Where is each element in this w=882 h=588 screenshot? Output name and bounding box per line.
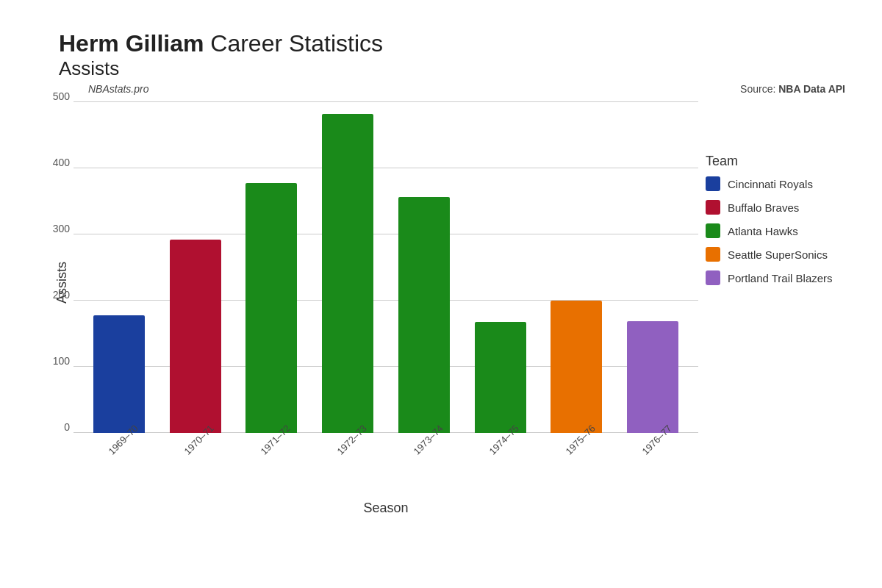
legend-item-label: Atlanta Hawks — [728, 225, 798, 237]
x-label-group: 1973–74 — [386, 433, 462, 462]
x-label-group: 1974–75 — [462, 433, 539, 462]
legend-item: Portland Trail Blazers — [706, 270, 853, 285]
x-axis-labels: 1969–701970–711971–721972–731973–741974–… — [74, 433, 698, 462]
y-tick-label: 100 — [40, 355, 70, 367]
y-tick-label: 0 — [40, 421, 70, 433]
legend-item: Cincinnati Royals — [706, 176, 853, 191]
legend-item: Atlanta Hawks — [706, 223, 853, 238]
legend-color-swatch — [706, 176, 720, 191]
source-row: NBAstats.pro Source: NBA Data API — [44, 83, 860, 95]
bars-container — [74, 102, 698, 433]
legend-item-label: Seattle SuperSonics — [728, 248, 828, 261]
bar-group — [539, 102, 615, 433]
y-tick-label: 500 — [40, 90, 70, 102]
legend-item: Seattle SuperSonics — [706, 247, 853, 262]
x-label-group: 1976–77 — [614, 433, 691, 462]
legend-color-swatch — [706, 200, 720, 215]
graph-inner: 0100200300400500 1969–701970–711971–7219… — [74, 102, 698, 462]
y-tick-label: 300 — [40, 223, 70, 234]
bar — [322, 114, 373, 434]
bar-group — [462, 102, 539, 433]
x-label-group: 1969–70 — [81, 433, 157, 462]
x-label-group: 1972–73 — [309, 433, 386, 462]
bar — [93, 315, 145, 433]
x-axis-title: Season — [44, 501, 698, 516]
bar — [398, 197, 450, 433]
legend-item: Buffalo Braves — [706, 200, 853, 215]
chart-container: Herm Gilliam Career Statistics Assists N… — [0, 0, 882, 588]
x-label-group: 1971–72 — [234, 433, 310, 462]
source-left: NBAstats.pro — [88, 83, 148, 95]
bar-group — [614, 102, 691, 433]
title-rest: Career Statistics — [204, 30, 383, 57]
chart-main: Assists 0100200300400500 1969–701970–711… — [44, 102, 698, 516]
bar-group — [386, 102, 462, 433]
legend-title: Team — [706, 154, 853, 169]
legend-item-label: Buffalo Braves — [728, 201, 799, 214]
legend-item-label: Cincinnati Royals — [728, 178, 813, 190]
bar-group — [157, 102, 234, 433]
legend-items: Cincinnati RoyalsBuffalo BravesAtlanta H… — [706, 176, 853, 285]
y-tick-label: 200 — [40, 289, 70, 301]
legend-color-swatch — [706, 247, 720, 262]
legend-color-swatch — [706, 223, 720, 238]
graph-wrapper: Assists 0100200300400500 1969–701970–711… — [44, 102, 698, 462]
chart-subtitle: Assists — [59, 57, 860, 80]
x-label-group: 1975–76 — [539, 433, 615, 462]
legend-item-label: Portland Trail Blazers — [728, 272, 833, 284]
chart-area: Assists 0100200300400500 1969–701970–711… — [44, 102, 860, 516]
bar — [475, 322, 526, 433]
player-name-bold: Herm Gilliam — [59, 30, 204, 57]
bar-group — [234, 102, 310, 433]
legend-color-swatch — [706, 270, 720, 285]
bar — [551, 301, 602, 434]
title-block: Herm Gilliam Career Statistics Assists — [59, 29, 860, 80]
source-right: Source: NBA Data API — [740, 83, 845, 95]
bar — [170, 240, 221, 434]
bar-group — [309, 102, 386, 433]
legend: Team Cincinnati RoyalsBuffalo BravesAtla… — [698, 146, 860, 516]
y-tick-label: 400 — [40, 157, 70, 168]
bar-group — [81, 102, 157, 433]
x-label-group: 1970–71 — [157, 433, 234, 462]
bar — [245, 183, 297, 433]
bar — [627, 321, 678, 433]
chart-title: Herm Gilliam Career Statistics — [59, 29, 860, 57]
